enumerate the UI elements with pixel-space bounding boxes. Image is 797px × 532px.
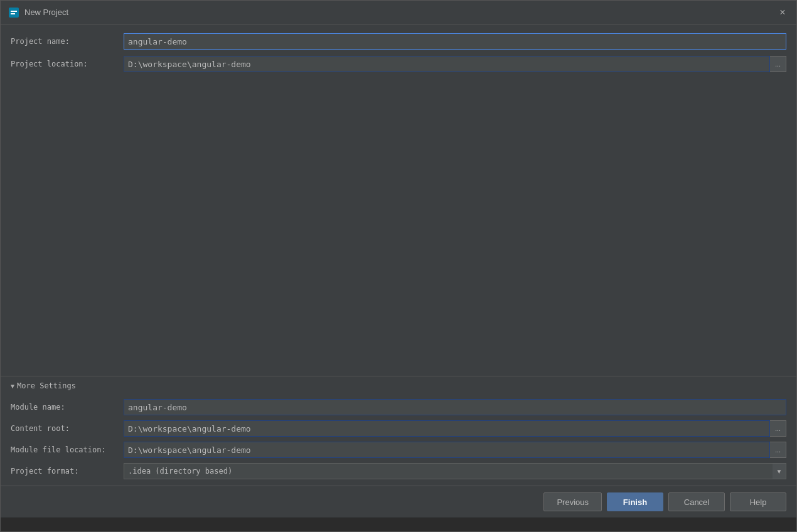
main-content: Project name: Project location: ... ▼ Mo… bbox=[1, 24, 796, 486]
svg-rect-2 bbox=[11, 13, 15, 14]
previous-button[interactable]: Previous bbox=[543, 492, 602, 511]
more-settings-section: ▼ More Settings Module name: Content roo… bbox=[1, 376, 796, 486]
project-location-browse-button[interactable]: ... bbox=[770, 56, 786, 72]
cancel-button[interactable]: Cancel bbox=[668, 492, 725, 511]
top-form-section: Project name: Project location: ... bbox=[1, 24, 796, 78]
module-file-row: Module file location: ... bbox=[11, 442, 786, 458]
content-root-input-wrapper: ... bbox=[124, 420, 786, 437]
project-location-label: Project location: bbox=[11, 60, 124, 68]
project-name-label: Project name: bbox=[11, 37, 124, 46]
svg-rect-0 bbox=[9, 8, 19, 18]
module-name-row: Module name: bbox=[11, 399, 786, 415]
project-format-row: Project format: .idea (directory based) … bbox=[11, 463, 786, 479]
project-format-select[interactable]: .idea (directory based) .ipr (file based… bbox=[124, 463, 786, 479]
module-name-label: Module name: bbox=[11, 403, 124, 412]
project-location-row: Project location: ... bbox=[11, 56, 786, 72]
module-file-label: Module file location: bbox=[11, 445, 124, 454]
project-location-input-wrapper: ... bbox=[124, 56, 786, 72]
dialog-title: New Project bbox=[24, 8, 68, 17]
bottom-bar: Previous Finish Cancel Help bbox=[1, 486, 796, 518]
app-icon bbox=[8, 7, 19, 18]
module-name-input[interactable] bbox=[124, 399, 786, 415]
content-root-input[interactable] bbox=[124, 420, 770, 437]
svg-rect-1 bbox=[11, 11, 17, 12]
statusbar bbox=[1, 518, 796, 531]
project-name-input[interactable] bbox=[124, 33, 786, 50]
module-name-input-wrapper bbox=[124, 399, 786, 415]
more-settings-fields: Module name: Content root: ... Module fi… bbox=[1, 395, 796, 486]
new-project-dialog: New Project × Project name: Project loca… bbox=[0, 0, 797, 532]
close-button[interactable]: × bbox=[776, 6, 789, 19]
collapse-icon: ▼ bbox=[11, 383, 14, 390]
module-file-input-wrapper: ... bbox=[124, 442, 786, 458]
empty-area bbox=[1, 78, 796, 376]
content-root-label: Content root: bbox=[11, 424, 124, 433]
project-location-input[interactable] bbox=[124, 56, 770, 72]
content-root-row: Content root: ... bbox=[11, 420, 786, 437]
project-name-row: Project name: bbox=[11, 33, 786, 50]
title-bar-left: New Project bbox=[8, 7, 68, 18]
project-name-input-wrapper bbox=[124, 33, 786, 50]
project-format-select-wrapper: .idea (directory based) .ipr (file based… bbox=[124, 463, 786, 479]
project-format-label: Project format: bbox=[11, 467, 124, 476]
content-root-browse-button[interactable]: ... bbox=[770, 420, 786, 437]
module-file-input[interactable] bbox=[124, 442, 770, 458]
title-bar: New Project × bbox=[1, 1, 796, 24]
finish-button[interactable]: Finish bbox=[607, 492, 663, 511]
module-file-browse-button[interactable]: ... bbox=[770, 442, 786, 458]
more-settings-header[interactable]: ▼ More Settings bbox=[1, 376, 796, 395]
more-settings-label: More Settings bbox=[17, 381, 76, 390]
help-button[interactable]: Help bbox=[730, 492, 786, 511]
